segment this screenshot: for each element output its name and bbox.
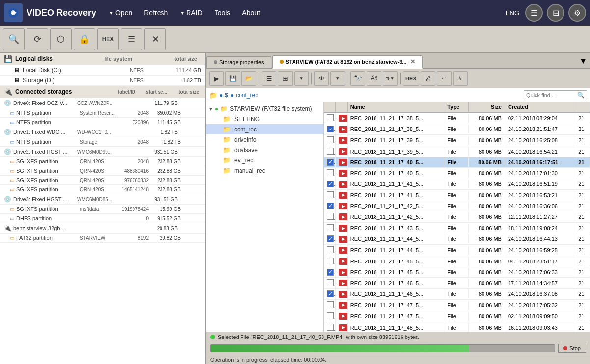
tree-item[interactable]: 📁 cont_rec bbox=[206, 124, 323, 134]
tb2-preview-btn[interactable]: 👁 bbox=[314, 71, 329, 86]
menu-refresh[interactable]: Refresh bbox=[139, 6, 173, 20]
settings-icon-btn[interactable]: ⚙ bbox=[568, 4, 586, 22]
row-checkbox[interactable] bbox=[324, 278, 336, 288]
table-row[interactable]: ✓ ▶ REC_2018_11_21_17_44_5... File 80.06… bbox=[324, 234, 590, 245]
storage-item[interactable]: ▭ NTFS partition 720896 111.45 GB bbox=[0, 118, 205, 127]
table-row[interactable]: ✓ ▶ REC_2018_11_21_17_38_5... File 80.06… bbox=[324, 124, 590, 135]
row-checkbox[interactable] bbox=[324, 168, 336, 179]
menu-about[interactable]: About bbox=[237, 6, 265, 20]
checkbox-icon[interactable]: ✓ bbox=[327, 126, 334, 132]
table-row[interactable]: ✓ ▶ REC_2018_11_21_17_42_5... File 80.06… bbox=[324, 201, 590, 212]
tb2-grid-btn[interactable]: ⊞ bbox=[278, 71, 293, 86]
tb2-save-btn[interactable]: 💾 bbox=[225, 71, 240, 86]
header-name[interactable]: Name bbox=[348, 102, 445, 112]
row-checkbox[interactable] bbox=[324, 245, 336, 256]
checkbox-icon[interactable] bbox=[327, 258, 334, 264]
storage-item[interactable]: 💿 Drive0: Fixed OCZ-V... OCZ-AWNZ0F... 1… bbox=[0, 98, 205, 108]
tb2-font-btn[interactable]: Äö bbox=[367, 71, 381, 86]
checkbox-icon[interactable]: ✓ bbox=[327, 290, 334, 297]
checkbox-icon[interactable]: ✓ bbox=[327, 269, 334, 276]
tab-close-starview[interactable]: ✕ bbox=[410, 58, 415, 65]
storage-item[interactable]: 💿 Drive2: Fixed HGST ... WMC6M0D99... 93… bbox=[0, 147, 205, 157]
tb2-saveto-btn[interactable]: 📂 bbox=[241, 71, 256, 86]
tb2-hash-btn[interactable]: # bbox=[453, 71, 468, 86]
table-row[interactable]: ✓ ▶ REC_2018_11_21_17_40_5... File 80.06… bbox=[324, 157, 590, 168]
table-row[interactable]: ▶ REC_2018_11_21_17_48_5... File 80.06 M… bbox=[324, 322, 590, 332]
storage-item[interactable]: ▭ NTFS partition Storage 2048 1.82 TB bbox=[0, 137, 205, 147]
table-row[interactable]: ▶ REC_2018_11_21_17_45_5... File 80.06 M… bbox=[324, 256, 590, 267]
toolbar-hex-btn[interactable]: HEX bbox=[97, 28, 119, 50]
tree-item[interactable]: 📁 SETTING bbox=[206, 114, 323, 124]
tb2-list-btn[interactable]: ☰ bbox=[262, 71, 276, 86]
tabs-filter-icon[interactable]: ▼ bbox=[576, 55, 590, 68]
checkbox-icon[interactable] bbox=[327, 279, 334, 286]
storage-item[interactable]: 💿 Drive1: Fixed WDC ... WD-WCC1T0... 1.8… bbox=[0, 127, 205, 137]
tree-item[interactable]: 📁 evt_rec bbox=[206, 155, 323, 165]
checkbox-icon[interactable] bbox=[327, 246, 334, 253]
storage-item[interactable]: ▭ DHFS partition 0 915.52 GB bbox=[0, 214, 205, 223]
quick-find-input[interactable] bbox=[526, 92, 575, 98]
checkbox-icon[interactable] bbox=[327, 114, 334, 121]
storage-item[interactable]: ▭ NTFS partition System Reser... 2048 35… bbox=[0, 108, 205, 118]
header-size[interactable]: Size bbox=[469, 102, 505, 112]
checkbox-icon[interactable]: ✓ bbox=[327, 235, 334, 242]
tb2-dropdown-btn[interactable]: ▼ bbox=[294, 71, 309, 86]
table-row[interactable]: ▶ REC_2018_11_21_17_39_5... File 80.06 M… bbox=[324, 146, 590, 157]
checkbox-icon[interactable] bbox=[327, 301, 334, 308]
header-check[interactable] bbox=[324, 102, 336, 112]
row-checkbox[interactable] bbox=[324, 113, 336, 124]
row-checkbox[interactable]: ✓ bbox=[324, 267, 336, 277]
table-row[interactable]: ▶ REC_2018_11_21_17_47_5... File 80.06 M… bbox=[324, 311, 590, 322]
tb2-find-btn[interactable]: 🔭 bbox=[350, 71, 365, 86]
storage-item[interactable]: ▭ SGI XFS partition QRN-420S 1465141248 … bbox=[0, 185, 205, 194]
storage-item[interactable]: 🔌 benz starview-32gb.... 29.83 GB bbox=[0, 223, 205, 234]
row-checkbox[interactable] bbox=[324, 300, 336, 311]
checkbox-icon[interactable] bbox=[327, 224, 334, 231]
row-checkbox[interactable]: ✓ bbox=[324, 124, 336, 134]
storage-item[interactable]: ▭ FAT32 partition STARVIEW 8192 29.82 GB bbox=[0, 234, 205, 243]
storage-item[interactable]: ▭ SGI XFS partition msftdata 1919975424 … bbox=[0, 205, 205, 214]
header-created[interactable]: Created bbox=[505, 102, 575, 112]
storage-item[interactable]: ▭ SGI XFS partition QRN-420S 488380416 2… bbox=[0, 166, 205, 176]
checkbox-icon[interactable]: ✓ bbox=[327, 181, 334, 187]
toolbar-lock-btn[interactable]: 🔒 bbox=[74, 28, 95, 50]
tree-item[interactable]: 📁 manual_rec bbox=[206, 165, 323, 176]
table-row[interactable]: ▶ REC_2018_11_21_17_38_5... File 80.06 M… bbox=[324, 113, 590, 124]
row-checkbox[interactable] bbox=[324, 322, 336, 332]
toolbar-close-btn[interactable]: ✕ bbox=[144, 28, 166, 50]
tree-item[interactable]: 📁 dualsave bbox=[206, 145, 323, 155]
checkbox-icon[interactable] bbox=[327, 324, 334, 331]
layout-icon-btn[interactable]: ⊟ bbox=[547, 4, 564, 22]
toolbar-analyze-btn[interactable]: ⬡ bbox=[50, 28, 72, 50]
table-row[interactable]: ✓ ▶ REC_2018_11_21_17_45_5... File 80.06… bbox=[324, 267, 590, 278]
table-row[interactable]: ▶ REC_2018_11_21_17_41_5... File 80.06 M… bbox=[324, 190, 590, 201]
checkbox-icon[interactable]: ✓ bbox=[327, 159, 334, 166]
menu-icon-btn[interactable]: ☰ bbox=[525, 4, 543, 22]
disk-item-c[interactable]: 🖥 Local Disk (C:) NTFS 111.44 GB bbox=[0, 65, 205, 76]
header-type[interactable]: Type bbox=[444, 102, 469, 112]
table-row[interactable]: ▶ REC_2018_11_21_17_40_5... File 80.06 M… bbox=[324, 168, 590, 179]
search-icon[interactable]: 🔍 bbox=[577, 92, 585, 99]
row-checkbox[interactable] bbox=[324, 223, 336, 234]
tb2-wrap-btn[interactable]: ↵ bbox=[437, 71, 452, 86]
toolbar-list-btn[interactable]: ☰ bbox=[121, 28, 142, 50]
menu-tools[interactable]: Tools bbox=[210, 6, 236, 20]
tb2-hex-btn[interactable]: HEX bbox=[403, 71, 419, 86]
row-checkbox[interactable] bbox=[324, 190, 336, 201]
toolbar-search-btn[interactable]: 🔍 bbox=[3, 28, 25, 50]
disk-item-d[interactable]: 🖥 Storage (D:) NTFS 1.82 TB bbox=[0, 76, 205, 86]
menu-raid[interactable]: ▼ RAID bbox=[175, 6, 207, 20]
storage-item[interactable]: ▭ SGI XFS partition QRN-420S 2048 232.88… bbox=[0, 157, 205, 166]
tb2-play-btn[interactable]: ▶ bbox=[209, 71, 224, 86]
checkbox-icon[interactable] bbox=[327, 148, 334, 155]
toolbar-scan-btn[interactable]: ⟳ bbox=[27, 28, 48, 50]
menu-open[interactable]: ▼ Open bbox=[104, 6, 137, 20]
row-checkbox[interactable] bbox=[324, 256, 336, 267]
tb2-print-btn[interactable]: 🖨 bbox=[421, 71, 435, 86]
path-search-box[interactable]: 🔍 bbox=[524, 90, 587, 100]
storage-item[interactable]: ▭ SGI XFS partition QRN-420S 976760832 2… bbox=[0, 176, 205, 185]
checkbox-icon[interactable] bbox=[327, 136, 334, 143]
row-checkbox[interactable] bbox=[324, 211, 336, 222]
table-row[interactable]: ▶ REC_2018_11_21_17_43_5... File 80.06 M… bbox=[324, 223, 590, 234]
tab-starview[interactable]: STARVIEW (FAT32 at 8192 on benz starview… bbox=[272, 55, 423, 69]
